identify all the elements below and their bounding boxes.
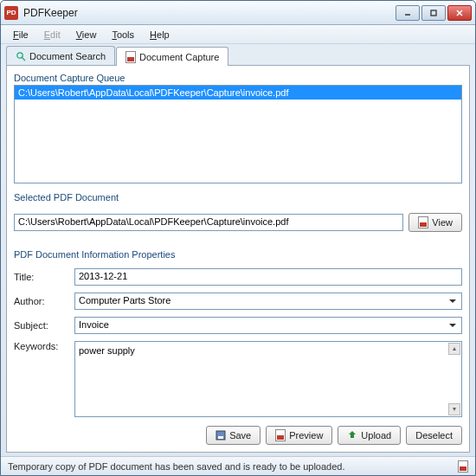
deselect-button[interactable]: Deselect — [406, 426, 462, 445]
tab-bar: Document Search Document Capture — [1, 44, 475, 65]
action-buttons: Save Preview Upload Deselect — [14, 426, 462, 445]
menu-tools[interactable]: Tools — [105, 28, 141, 42]
tab-document-capture[interactable]: Document Capture — [116, 47, 228, 66]
button-label: Deselect — [415, 430, 453, 441]
preview-button[interactable]: Preview — [266, 426, 332, 445]
button-label: View — [432, 217, 453, 228]
svg-rect-9 — [218, 436, 223, 439]
capture-queue-list[interactable]: C:\Users\Robert\AppData\Local\PDFKeeper\… — [14, 85, 462, 183]
button-label: Preview — [289, 430, 323, 441]
subject-combo[interactable]: Invoice — [74, 317, 462, 334]
minimize-button[interactable] — [396, 5, 420, 21]
upload-button[interactable]: Upload — [338, 426, 401, 445]
menu-help[interactable]: Help — [143, 28, 177, 42]
pdf-icon — [125, 51, 136, 63]
save-button[interactable]: Save — [206, 426, 261, 445]
svg-marker-10 — [349, 431, 356, 438]
author-label: Author: — [14, 296, 74, 306]
menu-file[interactable]: File — [6, 28, 35, 42]
svg-marker-7 — [453, 408, 456, 411]
svg-marker-6 — [453, 347, 456, 351]
scroll-down-button[interactable] — [448, 403, 460, 415]
svg-line-5 — [23, 57, 26, 61]
pdf-icon — [458, 460, 468, 473]
disk-icon — [215, 430, 226, 441]
menu-view[interactable]: View — [69, 28, 104, 42]
author-combo[interactable]: Computer Parts Store — [74, 293, 462, 310]
keywords-text: power supply — [79, 345, 135, 356]
svg-point-4 — [17, 52, 23, 57]
tab-label: Document Capture — [139, 52, 219, 62]
button-label: Upload — [361, 430, 391, 441]
status-text: Temporary copy of PDF document has been … — [8, 461, 345, 472]
keywords-field[interactable]: power supply — [74, 341, 462, 417]
selected-label: Selected PDF Document — [14, 192, 462, 203]
button-label: Save — [229, 430, 251, 441]
close-button[interactable] — [447, 5, 472, 21]
menubar: File Edit View Tools Help — [1, 25, 475, 44]
title-label: Title: — [14, 272, 74, 282]
upload-icon — [347, 430, 357, 441]
props-label: PDF Document Information Properties — [14, 249, 462, 260]
keywords-label: Keywords: — [14, 341, 74, 351]
queue-label: Document Capture Queue — [14, 73, 462, 83]
app-icon: PD — [4, 6, 18, 20]
tab-document-search[interactable]: Document Search — [6, 46, 115, 65]
pdf-icon — [275, 429, 286, 441]
selected-path-field: C:\Users\Robert\AppData\Local\PDFKeeper\… — [14, 214, 403, 231]
svg-rect-1 — [431, 10, 436, 16]
scroll-up-button[interactable] — [448, 343, 460, 355]
tab-label: Document Search — [29, 51, 106, 61]
queue-item[interactable]: C:\Users\Robert\AppData\Local\PDFKeeper\… — [15, 86, 461, 100]
titlebar[interactable]: PD PDFKeeper — [1, 1, 475, 25]
statusbar: Temporary copy of PDF document has been … — [1, 456, 475, 475]
subject-label: Subject: — [14, 320, 74, 331]
search-icon — [16, 51, 26, 61]
app-window: PD PDFKeeper File Edit View Tools Help D… — [0, 0, 476, 476]
maximize-button[interactable] — [421, 5, 446, 21]
menu-edit[interactable]: Edit — [37, 28, 68, 42]
pdf-icon — [418, 216, 428, 228]
window-title: PDFKeeper — [23, 7, 396, 19]
view-button[interactable]: View — [408, 213, 462, 232]
title-field[interactable]: 2013-12-21 — [74, 268, 462, 286]
content-pane: Document Capture Queue C:\Users\Robert\A… — [6, 65, 470, 453]
